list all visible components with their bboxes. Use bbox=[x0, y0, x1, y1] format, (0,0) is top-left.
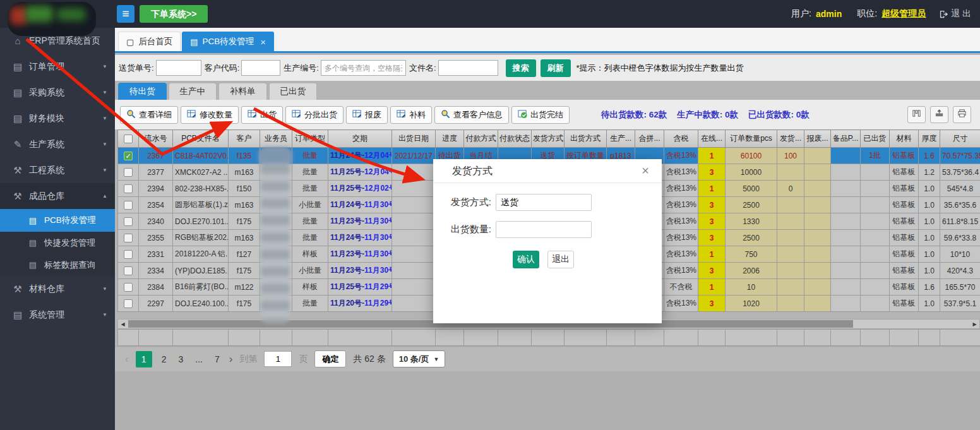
dialog-confirm-button[interactable]: 确认 bbox=[513, 251, 539, 268]
toolbar-button-出货[interactable]: 出货 bbox=[241, 106, 283, 124]
export-button[interactable] bbox=[930, 106, 948, 123]
footer-cell bbox=[173, 330, 229, 346]
page-2[interactable]: 2 bbox=[159, 354, 169, 364]
toolbar-button-分批出货[interactable]: 分批出货 bbox=[285, 106, 344, 124]
subtab-待出货[interactable]: 待出货 bbox=[118, 83, 167, 100]
search-input-3[interactable] bbox=[438, 60, 498, 76]
scroll-right-icon[interactable]: ▶ bbox=[970, 320, 979, 328]
row-checkbox[interactable] bbox=[124, 217, 133, 226]
search-input-2[interactable] bbox=[321, 60, 406, 76]
dialog-close-icon[interactable]: × bbox=[642, 164, 649, 178]
tab-close-icon[interactable]: × bbox=[260, 37, 266, 47]
search-button[interactable]: 搜索 bbox=[506, 59, 536, 77]
tab-PCB待发管理[interactable]: ▤PCB待发管理× bbox=[182, 32, 274, 51]
toolbar-button-出货完结[interactable]: 出货完结 bbox=[511, 106, 570, 124]
sidebar-item-label: 采购系统 bbox=[29, 87, 64, 99]
hamburger-menu-icon[interactable]: ≡ bbox=[117, 5, 134, 23]
row-checkbox[interactable] bbox=[124, 250, 133, 259]
page-7[interactable]: 7 bbox=[212, 354, 222, 364]
sidebar-item-材料仓库[interactable]: ⚒材料仓库▼ bbox=[0, 276, 115, 302]
subtab-补料单[interactable]: 补料单 bbox=[218, 83, 267, 100]
toolbar-button-查看详细[interactable]: 查看详细 bbox=[120, 106, 178, 124]
tab-label: PCB待发管理 bbox=[203, 36, 254, 47]
toolbar-button-查看客户信息[interactable]: 查看客户信息 bbox=[434, 106, 509, 124]
footer-cell bbox=[565, 330, 607, 346]
cell-due: 11月25号-11月29号 bbox=[328, 279, 392, 296]
cell-customer: f135 bbox=[229, 148, 260, 164]
ship-quantity-input[interactable] bbox=[496, 221, 592, 238]
cell-serial: 2340 bbox=[139, 213, 173, 230]
print-button[interactable] bbox=[953, 106, 971, 123]
row-checkbox-checked[interactable]: ✓ bbox=[124, 152, 133, 160]
row-checkbox[interactable] bbox=[124, 168, 133, 177]
goto-suffix: 页 bbox=[299, 354, 308, 365]
cell-qty: 60100 bbox=[726, 148, 777, 164]
logout-button[interactable]: 退 出 bbox=[939, 8, 971, 20]
footer-cell bbox=[392, 330, 436, 346]
cell-online: 1 bbox=[698, 181, 726, 197]
row-checkbox[interactable] bbox=[124, 266, 133, 275]
cell-serial: 2367 bbox=[139, 148, 173, 164]
column-header-serial: 流水号 bbox=[139, 130, 173, 148]
sidebar-item-成品仓库[interactable]: ⚒成品仓库▲ bbox=[0, 183, 115, 209]
toolbar-button-label: 出货完结 bbox=[530, 109, 563, 121]
row-checkbox[interactable] bbox=[124, 299, 133, 308]
cell-serial: 2355 bbox=[139, 230, 173, 246]
sidebar-item-采购系统[interactable]: ▤采购系统▼ bbox=[0, 80, 115, 105]
goto-confirm-button[interactable]: 确定 bbox=[314, 350, 346, 367]
search-input-0[interactable] bbox=[156, 60, 201, 76]
due-end: 12月02号 bbox=[364, 184, 391, 193]
page-prev-icon[interactable]: ‹ bbox=[125, 353, 129, 366]
row-checkbox[interactable] bbox=[124, 283, 133, 292]
sidebar-item-生产系统[interactable]: ✎生产系统▼ bbox=[0, 131, 115, 157]
search-field-0: 送货单号: bbox=[119, 60, 201, 76]
cell-bf bbox=[804, 181, 831, 197]
logout-label: 退 出 bbox=[951, 8, 971, 20]
cell-qty: 1330 bbox=[726, 213, 777, 230]
delivery-method-input[interactable] bbox=[496, 194, 592, 211]
cell-serial: 2354 bbox=[139, 197, 173, 213]
goto-page-input[interactable] bbox=[264, 351, 292, 367]
order-system-button[interactable]: 下单系统>> bbox=[140, 5, 208, 23]
page-1[interactable]: 1 bbox=[136, 351, 152, 367]
chevron-down-icon: ▼ bbox=[102, 286, 107, 292]
subtab-已出货[interactable]: 已出货 bbox=[269, 83, 318, 100]
cell-customer: f127 bbox=[229, 246, 260, 263]
tab-后台首页[interactable]: ▢后台首页 bbox=[118, 32, 181, 51]
cell-size: 59.6*33.8 bbox=[940, 230, 980, 246]
select-all-header[interactable] bbox=[118, 130, 139, 148]
dialog-exit-button[interactable]: 退出 bbox=[547, 251, 574, 268]
sidebar-item-工程系统[interactable]: ⚒工程系统▼ bbox=[0, 157, 115, 183]
cell-due: 11月23号-11月30号 bbox=[328, 263, 392, 279]
search-field-label: 送货单号: bbox=[119, 63, 154, 74]
columns-icon bbox=[912, 109, 921, 121]
app-logo-censored bbox=[8, 2, 96, 36]
toolbar-button-修改数量[interactable]: 修改数量 bbox=[181, 106, 239, 124]
sidebar-item-订单管理[interactable]: ▤订单管理▼ bbox=[0, 54, 115, 80]
sidebar-item-label: PCB待发管理 bbox=[44, 215, 96, 226]
page-next-icon[interactable]: › bbox=[229, 353, 233, 366]
due-start: 11月25号- bbox=[330, 167, 364, 176]
page-3[interactable]: 3 bbox=[176, 354, 186, 364]
toolbar-button-补料[interactable]: 补料 bbox=[390, 106, 432, 124]
per-page-select[interactable]: 10 条/页▼ bbox=[393, 350, 446, 367]
refresh-button[interactable]: 刷新 bbox=[541, 59, 571, 77]
toolbar-button-报废[interactable]: 报废 bbox=[346, 106, 388, 124]
select-all-checkbox[interactable] bbox=[124, 134, 133, 143]
chevron-down-icon: ▼ bbox=[102, 90, 107, 95]
cell-due: 11月20号-11月29号 bbox=[328, 296, 392, 312]
scroll-left-icon[interactable]: ◀ bbox=[118, 320, 128, 328]
search-input-1[interactable] bbox=[241, 60, 280, 76]
sidebar-item-系统管理[interactable]: ▤系统管理▼ bbox=[0, 302, 115, 328]
page-...[interactable]: ... bbox=[193, 354, 205, 364]
sidebar-item-财务模块[interactable]: ▤财务模块▼ bbox=[0, 105, 115, 131]
row-checkbox[interactable] bbox=[124, 234, 133, 242]
footer-cell bbox=[139, 330, 173, 346]
columns-button[interactable] bbox=[907, 106, 926, 123]
sidebar-subitem-标签数据查询[interactable]: ▤标签数据查询 bbox=[0, 254, 115, 276]
sidebar-subitem-PCB待发管理[interactable]: ▤PCB待发管理 bbox=[0, 209, 115, 232]
row-checkbox[interactable] bbox=[124, 201, 133, 210]
sidebar-subitem-快捷发货管理[interactable]: ▤快捷发货管理 bbox=[0, 232, 115, 254]
row-checkbox[interactable] bbox=[124, 184, 133, 193]
subtab-生产中[interactable]: 生产中 bbox=[169, 83, 217, 100]
